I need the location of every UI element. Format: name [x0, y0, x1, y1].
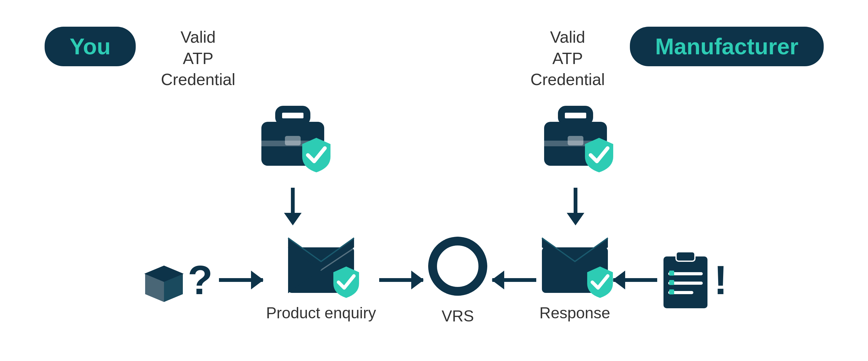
right-envelope-item: Response	[539, 238, 610, 322]
svg-rect-0	[279, 109, 307, 122]
response-label: Response	[539, 304, 610, 322]
arrow-left-envelope-to-vrs	[379, 278, 423, 282]
exclamation-mark: !	[714, 257, 727, 303]
left-briefcase-arrow-down	[290, 188, 295, 225]
vrs-label: VRS	[442, 307, 474, 325]
flow-row: ?	[26, 235, 842, 325]
right-briefcase-icon	[541, 106, 610, 169]
product-enquiry-label: Product enquiry	[266, 304, 376, 322]
right-envelope-icon	[540, 238, 610, 294]
arrow-clipboard-to-right-envelope	[613, 278, 657, 282]
left-briefcase-icon	[258, 106, 327, 169]
box-icon-item	[141, 257, 188, 303]
vrs-icon	[426, 235, 489, 298]
you-badge: You	[44, 27, 136, 66]
svg-rect-21	[669, 271, 674, 275]
svg-rect-4	[561, 109, 590, 122]
manufacturer-badge: Manufacturer	[630, 27, 824, 66]
arrow-box-to-envelope	[219, 278, 263, 282]
left-envelope-item: Product enquiry	[266, 238, 376, 322]
svg-rect-22	[669, 280, 674, 285]
svg-rect-3	[285, 136, 301, 145]
right-credential-label: ValidATPCredential	[530, 27, 605, 90]
svg-rect-23	[669, 289, 674, 294]
vrs-item: VRS	[426, 235, 489, 325]
right-envelope-shield	[584, 265, 616, 301]
top-row: You ValidATPCredential ValidATPCredentia…	[26, 24, 842, 90]
svg-rect-7	[568, 136, 583, 145]
main-diagram: You ValidATPCredential ValidATPCredentia…	[26, 24, 842, 337]
clipboard-item	[660, 250, 711, 310]
svg-rect-17	[676, 252, 695, 261]
left-credential-label: ValidATPCredential	[161, 27, 235, 90]
right-briefcase-arrow-down	[573, 188, 578, 225]
left-briefcase-shield	[299, 136, 334, 175]
question-mark: ?	[188, 257, 212, 303]
left-briefcase-col	[258, 106, 327, 225]
arrow-vrs-to-right-envelope	[492, 278, 536, 282]
right-briefcase-shield	[582, 136, 616, 175]
right-briefcase-col	[541, 106, 610, 225]
left-envelope-icon	[286, 238, 355, 294]
left-envelope-shield	[331, 265, 362, 301]
